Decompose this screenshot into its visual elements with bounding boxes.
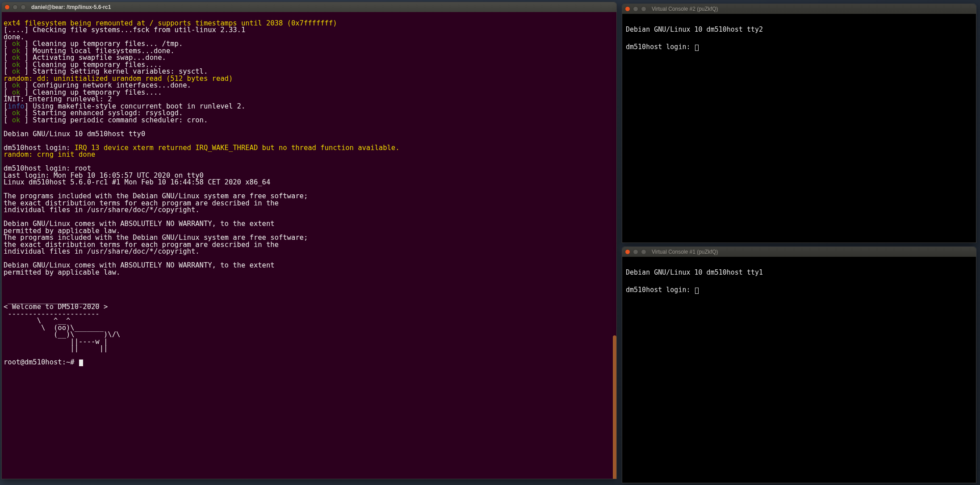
log-line: Linux dm510host 5.6.0-rc1 #1 Mon Feb 10 …: [4, 179, 615, 186]
minimize-icon[interactable]: [633, 6, 638, 12]
log-line: [....] Checking file systems...fsck from…: [4, 27, 615, 34]
log-line: permitted by applicable law.: [4, 269, 615, 276]
cursor-icon: [695, 288, 699, 294]
log-line: random: crng init done: [4, 151, 615, 159]
main-terminal-body[interactable]: ext4 filesystem being remounted at / sup…: [2, 12, 616, 479]
virtual-console-2-window[interactable]: Virtual Console #2 (puZkfQ) Debian GNU/L…: [622, 4, 976, 243]
log-line: [ ok ] Starting periodic command schedul…: [4, 117, 615, 124]
vc1-login-prompt[interactable]: dm510host login:: [626, 286, 695, 294]
main-terminal-window[interactable]: daniel@bear: /tmp/linux-5.6-rc1 ext4 fil…: [1, 2, 617, 479]
blank-line: [4, 283, 615, 290]
vc2-titlebar[interactable]: Virtual Console #2 (puZkfQ): [622, 4, 976, 14]
motd-cowsay: ______________________ < Welcome to DM51…: [4, 297, 615, 352]
maximize-icon[interactable]: [21, 4, 26, 10]
log-line: individual files in /usr/share/doc/*/cop…: [4, 248, 615, 255]
vc1-title: Virtual Console #1 (puZkfQ): [652, 249, 718, 255]
maximize-icon[interactable]: [641, 249, 646, 255]
log-line: Debian GNU/Linux 10 dm510host tty0: [4, 131, 615, 138]
vc2-login-prompt[interactable]: dm510host login:: [626, 43, 695, 51]
vc2-title: Virtual Console #2 (puZkfQ): [652, 6, 718, 12]
vc2-banner: Debian GNU/Linux 10 dm510host tty2: [626, 25, 763, 33]
shell-prompt[interactable]: root@dm510host:~#: [4, 358, 79, 366]
window-controls: [625, 249, 646, 255]
virtual-console-1-window[interactable]: Virtual Console #1 (puZkfQ) Debian GNU/L…: [622, 247, 976, 483]
vc2-body[interactable]: Debian GNU/Linux 10 dm510host tty2 dm510…: [622, 14, 976, 242]
log-line: [4, 159, 615, 166]
window-controls: [625, 6, 646, 12]
log-line: individual files in /usr/share/doc/*/cop…: [4, 207, 615, 214]
cursor-icon: [695, 45, 699, 51]
main-terminal-title: daniel@bear: /tmp/linux-5.6-rc1: [31, 4, 111, 10]
main-terminal-titlebar[interactable]: daniel@bear: /tmp/linux-5.6-rc1: [2, 2, 616, 12]
window-controls: [4, 4, 26, 10]
boot-log: ext4 filesystem being remounted at / sup…: [4, 20, 615, 276]
minimize-icon[interactable]: [13, 4, 18, 10]
close-icon[interactable]: [4, 4, 10, 10]
close-icon[interactable]: [625, 249, 630, 255]
vc1-banner: Debian GNU/Linux 10 dm510host tty1: [626, 268, 763, 276]
maximize-icon[interactable]: [641, 6, 646, 12]
scrollbar[interactable]: [613, 335, 616, 479]
close-icon[interactable]: [625, 6, 630, 12]
vc1-body[interactable]: Debian GNU/Linux 10 dm510host tty1 dm510…: [622, 257, 976, 483]
cursor-icon: [79, 360, 83, 366]
vc1-titlebar[interactable]: Virtual Console #1 (puZkfQ): [622, 247, 976, 257]
minimize-icon[interactable]: [633, 249, 638, 255]
